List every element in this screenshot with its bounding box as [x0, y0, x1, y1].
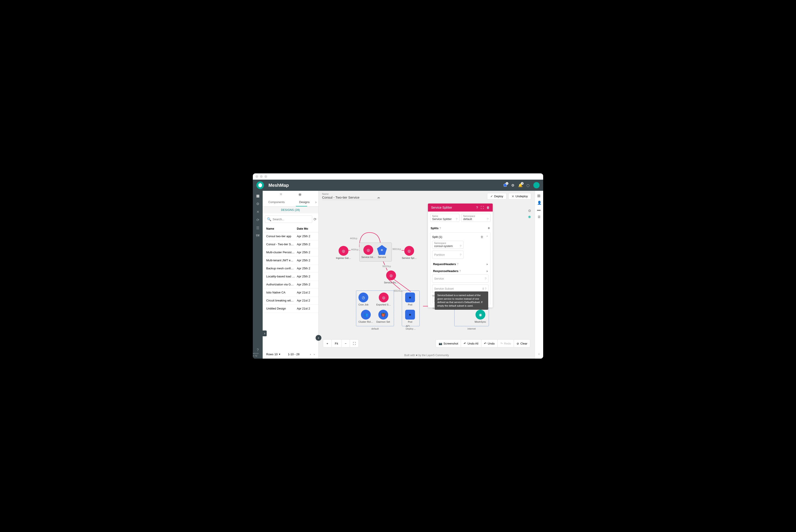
help-icon[interactable]: ? [485, 287, 486, 290]
search-input-wrapper[interactable]: 🔍 [265, 215, 312, 223]
help-icon[interactable]: ? [439, 227, 441, 230]
service-input[interactable]: Service [434, 277, 444, 280]
design-row[interactable]: Istio Native CAApr 21st 2 [263, 288, 318, 297]
expand-nav-icon[interactable]: › [263, 330, 267, 336]
node-cronjob[interactable]: ◷Cron Job [359, 292, 368, 306]
undo-button[interactable]: ↶Undo [481, 340, 498, 347]
refresh-icon[interactable]: ⟳ [313, 216, 316, 223]
rows-value[interactable]: 10 [274, 353, 278, 356]
help-icon[interactable]: ? [485, 277, 486, 280]
nav-help-icon[interactable]: ? [255, 348, 260, 353]
traffic-light[interactable] [260, 175, 263, 178]
help-icon[interactable]: ? [456, 217, 457, 221]
design-row[interactable]: Circuit breaking with NGINX …Apr 21st 2 [263, 297, 318, 305]
chevron-down-icon[interactable]: ▼ [278, 353, 281, 356]
panel-namespace-input[interactable]: default [463, 217, 472, 221]
delete-icon[interactable]: 🗑 [481, 235, 483, 239]
help-icon[interactable]: ? [460, 253, 462, 256]
node-service-router[interactable]: ◎Service Ro… [384, 270, 398, 284]
panel-close-icon[interactable]: 🗑 [486, 206, 490, 209]
panel-expand-icon[interactable]: ⛶ [481, 206, 484, 209]
node-pod[interactable]: ⎈Pod [405, 310, 415, 323]
gear-icon[interactable]: ⚙ [528, 209, 532, 213]
add-split-icon[interactable]: + [488, 226, 490, 230]
user-icon[interactable]: 👤 [537, 201, 541, 205]
node-daemonset[interactable]: 👹Daemon Set [376, 310, 390, 323]
fit-button[interactable]: Fit [332, 340, 342, 347]
split-namespace-input[interactable]: consul-system [434, 244, 453, 248]
tab-designs[interactable]: Designs [291, 200, 319, 205]
design-row[interactable]: Locality-based load balancin…Apr 25th 2 [263, 272, 318, 281]
partition-input[interactable]: Partition [434, 253, 445, 256]
mesh-icon[interactable]: ❋ [528, 215, 532, 219]
design-name-value[interactable]: Consul - Two-tier Service [322, 195, 359, 199]
node-exported[interactable]: ◎Exported S… [376, 292, 391, 306]
column-name-header[interactable]: Name [266, 227, 297, 230]
chevron-right-icon[interactable]: › [487, 262, 488, 266]
right-toolbar: ▦ 👤 ▬ 🖥 ⚙ ❋ ‹ [535, 191, 543, 359]
chevron-up-icon[interactable]: ⌃ [486, 235, 488, 239]
tab-components[interactable]: Components [263, 200, 291, 205]
expand-rightbar-icon[interactable]: ‹ [539, 352, 540, 356]
monitor-icon[interactable]: 🖥 [537, 215, 541, 219]
design-row[interactable]: Consul two-tier appApr 25th 2 [263, 232, 318, 240]
help-icon[interactable]: ? [457, 262, 458, 266]
prev-page-icon[interactable]: ‹ [310, 353, 311, 356]
zoom-out-button[interactable]: − [342, 340, 350, 347]
app-logo[interactable] [256, 182, 264, 189]
screenshot-button[interactable]: 📷Screenshot [436, 340, 461, 347]
panel-name-input[interactable]: Service Splitter [432, 217, 452, 221]
undeploy-button[interactable]: ⤫Undeploy [508, 193, 531, 200]
design-row[interactable]: Consul - Two-tier ServiceApr 25th 2 [263, 240, 318, 248]
nav-perf-icon[interactable]: ⟳ [255, 217, 260, 222]
service-subset-input[interactable]: Service Subset [434, 287, 454, 290]
undo-icon: ↶ [464, 342, 466, 345]
nav-filter-icon[interactable]: ☰ [255, 226, 260, 230]
help-icon[interactable]: ? [487, 217, 488, 221]
zoom-in-button[interactable]: + [323, 340, 332, 347]
nav-dashboard-icon[interactable]: ▦ [255, 193, 260, 198]
chevron-right-icon[interactable]: › [487, 269, 488, 273]
design-row[interactable]: Authorization via Gateway - …Apr 25th 2 [263, 281, 318, 288]
node-service[interactable]: ⎈Service [377, 245, 387, 259]
deploy-button[interactable]: ✓Deploy [487, 193, 507, 200]
design-row[interactable]: Backup mesh configurationApr 25th 2 [263, 264, 318, 272]
search-input[interactable] [273, 217, 310, 221]
clear-button[interactable]: ⊘Clear [514, 340, 530, 347]
node-service-int[interactable]: ◎Service Int… [361, 245, 376, 259]
grid-icon[interactable]: ▦ [537, 193, 541, 197]
help-icon[interactable]: ? [460, 244, 462, 248]
collapse-sidebar-button[interactable]: ‹ [315, 335, 321, 341]
traffic-light[interactable] [255, 175, 258, 178]
traffic-light[interactable] [265, 175, 267, 178]
design-canvas[interactable]: 443/tcp 443/tcp 9001/tcp 9002/tcp 9002/t… [320, 204, 533, 350]
kubernetes-icon[interactable]: 1 [503, 183, 507, 187]
column-date-header[interactable]: Date Mo [297, 227, 315, 230]
node-cluster-role[interactable]: 👥Cluster Rol… [359, 310, 373, 323]
cloud-icon[interactable]: ☁ [377, 195, 380, 199]
edge-label: 9001/tcp [392, 248, 402, 251]
chart-icon[interactable]: ▬ [537, 208, 541, 212]
help-icon[interactable]: ? [459, 269, 461, 273]
undo-all-button[interactable]: ↶Undo All [461, 340, 481, 347]
node-service-splitter[interactable]: ◎Service Spl… [402, 246, 417, 259]
activity-icon[interactable]: ◌ [526, 183, 530, 187]
nav-tools-icon[interactable]: ✕ [255, 210, 260, 214]
node-meshsync[interactable]: ◉MeshSync [475, 310, 486, 323]
design-row[interactable]: Multi-tenant JWT enforcementApr 25th 2 [263, 256, 318, 264]
node-ingress[interactable]: ◎Ingress Gat… [336, 246, 351, 259]
design-row[interactable]: Multi-cluster Persistent Volu…Apr 25th 2 [263, 248, 318, 256]
nav-map-icon[interactable]: 🗺 [255, 234, 260, 238]
avatar-icon[interactable] [533, 182, 540, 188]
fullscreen-button[interactable]: ⛶ [350, 340, 359, 347]
settings-icon[interactable]: ⚙ [510, 183, 515, 187]
panel-help-icon[interactable]: ? [476, 206, 478, 209]
design-row[interactable]: Untitled DesignApr 21st 2 [263, 305, 318, 312]
canvas-actions: 📷Screenshot ↶Undo All ↶Undo ↷Redo ⊘Clear [436, 339, 530, 347]
nav-settings-icon[interactable]: ⚙ [255, 202, 260, 206]
next-page-icon[interactable]: › [314, 353, 315, 356]
chevron-right-icon[interactable]: › [315, 200, 316, 204]
redo-button[interactable]: ↷Redo [498, 340, 514, 347]
notification-icon[interactable]: 🔔3 [518, 183, 523, 187]
node-pod[interactable]: ⎈Pod [405, 292, 415, 306]
